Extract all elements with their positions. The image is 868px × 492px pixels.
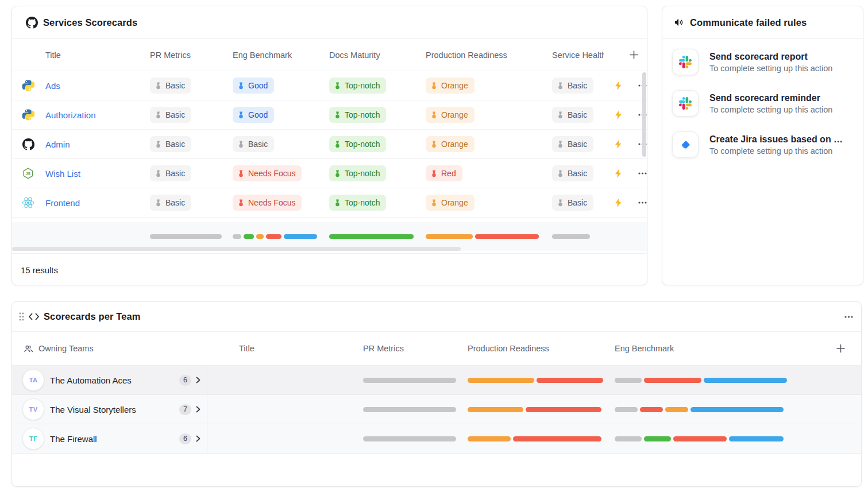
scorecard-level-badge: Top-notch xyxy=(329,195,386,211)
scorecard-level-badge: Top-notch xyxy=(329,165,386,181)
teams-card-menu-button[interactable] xyxy=(843,315,854,319)
action-title: Create Jira issues based on … xyxy=(709,134,843,145)
teams-table-header-row: Owning Teams Title PR Metrics Production… xyxy=(12,332,861,366)
medal-icon xyxy=(557,141,564,148)
drag-handle-icon[interactable] xyxy=(19,312,24,321)
team-row[interactable]: TA The Automation Aces 6 xyxy=(12,366,861,395)
scorecard-level-badge: Basic xyxy=(150,165,191,181)
service-link[interactable]: Admin xyxy=(45,140,70,149)
medal-icon xyxy=(238,82,244,90)
badge-label: Top-notch xyxy=(345,81,380,90)
react-icon xyxy=(22,196,34,209)
production-readiness-distribution-bar xyxy=(426,234,539,239)
badge-label: Basic xyxy=(568,169,587,178)
team-row[interactable]: TF The Firewall 6 xyxy=(12,424,861,454)
services-table: Title PR Metrics Eng Benchmark Docs Matu… xyxy=(12,39,647,253)
services-card-header: Services Scorecards xyxy=(12,6,647,39)
scorecard-level-badge: Basic xyxy=(150,136,191,152)
services-table-footer: 15 results xyxy=(12,253,647,285)
run-action-bolt-icon[interactable] xyxy=(615,169,622,178)
row-menu-button[interactable] xyxy=(637,200,647,205)
col-header-docs-maturity: Docs Maturity xyxy=(329,51,426,60)
code-icon xyxy=(29,313,39,320)
add-team-column-button[interactable] xyxy=(835,343,846,354)
github-icon xyxy=(26,17,38,29)
team-count-badge: 6 xyxy=(179,375,191,386)
scorecards-per-team-card: Scorecards per Team Owning Teams Title P… xyxy=(11,301,862,487)
service-link[interactable]: Wish List xyxy=(45,169,80,179)
team-row[interactable]: TV The Visual Storytellers 7 xyxy=(12,395,861,424)
team-name: The Visual Storytellers xyxy=(50,405,136,414)
medal-icon xyxy=(431,199,437,207)
scorecard-level-badge: Orange xyxy=(426,136,474,152)
action-title: Send scorecard reminder xyxy=(709,93,835,103)
scorecard-level-badge: Orange xyxy=(426,107,474,123)
horizontal-scrollbar-thumb[interactable] xyxy=(12,247,461,251)
run-action-bolt-icon[interactable] xyxy=(615,140,622,149)
services-scorecards-card: Services Scorecards Title PR Metrics Eng… xyxy=(11,6,647,285)
badge-label: Needs Focus xyxy=(248,198,295,207)
badge-label: Basic xyxy=(568,198,587,207)
vertical-scrollbar-thumb[interactable] xyxy=(642,72,646,157)
services-card-title: Services Scorecards xyxy=(43,17,137,28)
scorecard-level-badge: Basic xyxy=(150,107,191,123)
scorecard-level-badge: Top-notch xyxy=(329,107,386,123)
add-column-button[interactable] xyxy=(628,49,639,60)
badge-label: Top-notch xyxy=(345,198,380,207)
badge-label: Basic xyxy=(165,169,185,178)
production-readiness-bar xyxy=(468,436,601,441)
nodejs-icon: JS xyxy=(22,167,34,180)
row-menu-button[interactable] xyxy=(637,171,647,176)
medal-icon xyxy=(238,170,244,177)
medal-icon xyxy=(557,82,564,90)
badge-label: Basic xyxy=(165,140,185,149)
scorecard-level-badge: Basic xyxy=(552,195,593,211)
app-tile xyxy=(672,131,699,158)
medal-icon xyxy=(155,111,161,119)
action-item[interactable]: Send scorecard reminder To complete sett… xyxy=(672,91,863,116)
col-header-title: Title xyxy=(12,51,150,60)
medal-icon xyxy=(431,82,437,90)
run-action-bolt-icon[interactable] xyxy=(615,81,622,90)
badge-label: Orange xyxy=(441,140,468,149)
actions-card-header: Communicate failed rules xyxy=(662,6,863,39)
jira-icon xyxy=(679,138,692,152)
badge-label: Red xyxy=(441,169,456,178)
expand-chevron-icon[interactable] xyxy=(196,435,200,442)
slack-icon xyxy=(679,56,692,68)
badge-label: Basic xyxy=(248,140,268,149)
badge-label: Basic xyxy=(568,81,587,90)
action-item[interactable]: Create Jira issues based on … To complet… xyxy=(672,132,863,157)
col-header-team-eng-benchmark: Eng Benchmark xyxy=(615,344,861,353)
col-header-owning-teams: Owning Teams xyxy=(38,344,94,353)
service-link[interactable]: Frontend xyxy=(45,198,80,208)
service-link[interactable]: Authorization xyxy=(45,110,96,120)
badge-label: Good xyxy=(248,110,268,119)
teams-card-title: Scorecards per Team xyxy=(44,311,141,322)
expand-chevron-icon[interactable] xyxy=(196,377,200,383)
action-item[interactable]: Send scorecard report To complete settin… xyxy=(672,49,863,75)
team-avatar: TA xyxy=(22,369,44,391)
service-link[interactable]: Ads xyxy=(45,81,60,91)
col-header-service-health: Service Health xyxy=(552,51,604,60)
service-row: Authorization Basic Good Top-notch Orang… xyxy=(12,100,647,130)
service-health-distribution-bar xyxy=(552,234,590,239)
action-title: Send scorecard report xyxy=(709,52,835,62)
run-action-bolt-icon[interactable] xyxy=(615,198,622,207)
owning-teams-icon xyxy=(24,344,33,354)
badge-label: Basic xyxy=(568,140,587,149)
team-count-badge: 7 xyxy=(179,404,191,415)
medal-icon xyxy=(155,170,161,177)
run-action-bolt-icon[interactable] xyxy=(615,110,622,119)
scorecard-level-badge: Top-notch xyxy=(329,78,386,94)
medal-icon xyxy=(334,170,341,177)
pr-metrics-bar xyxy=(363,407,456,412)
medal-icon xyxy=(155,141,161,148)
medal-icon xyxy=(431,170,437,177)
app-tile xyxy=(672,90,699,117)
expand-chevron-icon[interactable] xyxy=(196,406,200,413)
team-count-badge: 6 xyxy=(179,433,191,444)
medal-icon xyxy=(155,199,161,207)
svg-text:JS: JS xyxy=(26,172,31,176)
production-readiness-bar xyxy=(468,378,603,383)
